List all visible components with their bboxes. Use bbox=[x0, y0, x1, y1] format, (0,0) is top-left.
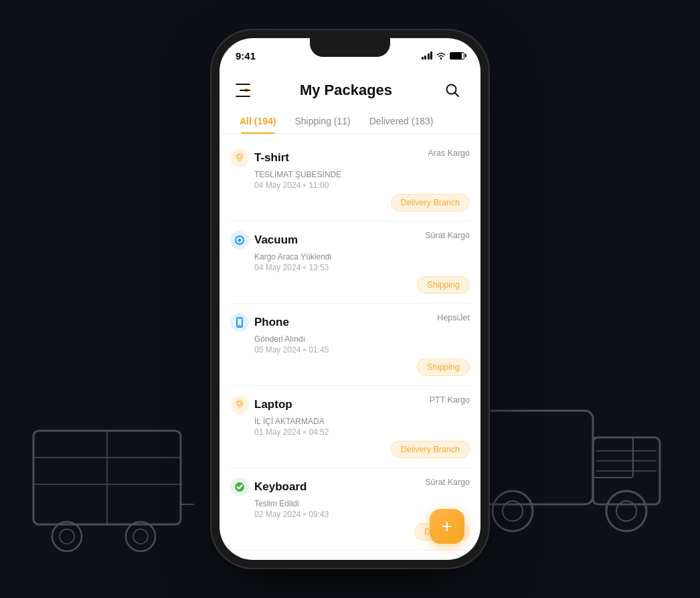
package-icon bbox=[230, 148, 249, 167]
trailer-illustration bbox=[20, 417, 194, 565]
cargo-name: Sürat Kargo bbox=[425, 231, 470, 240]
svg-point-15 bbox=[52, 522, 82, 551]
search-button[interactable] bbox=[440, 78, 464, 102]
svg-point-18 bbox=[133, 529, 148, 544]
tab-delivered[interactable]: Delivered (183) bbox=[360, 109, 443, 133]
svg-point-23 bbox=[238, 155, 241, 158]
wifi-icon bbox=[436, 52, 446, 60]
status-icons bbox=[422, 52, 465, 60]
filter-line-2 bbox=[240, 90, 250, 91]
svg-point-28 bbox=[238, 402, 241, 405]
status-badge: Shipping bbox=[417, 359, 470, 376]
svg-point-16 bbox=[60, 529, 74, 544]
filter-line-3 bbox=[236, 96, 250, 97]
status-time: 9:41 bbox=[236, 50, 256, 62]
package-name: Vacuum bbox=[254, 233, 298, 247]
app-content: My Packages All (194) Shipping (11) D bbox=[220, 68, 480, 560]
table-row[interactable]: Vacuum Sürat Kargo Kargo Araca Yüklendi … bbox=[230, 221, 470, 304]
package-name: Phone bbox=[254, 316, 289, 329]
package-status-text: Teslim Edildi bbox=[254, 499, 470, 508]
package-date: 05 May 2024 01:45 bbox=[254, 345, 470, 355]
filter-line-1 bbox=[236, 84, 250, 85]
package-status-text: Gönderi Alındı bbox=[254, 334, 470, 344]
add-package-button[interactable]: + bbox=[430, 509, 464, 544]
package-list: T-shirt Aras Kargo TESLİMAT ŞUBESİNDE 04… bbox=[220, 139, 480, 551]
svg-rect-26 bbox=[238, 325, 241, 326]
tabs-bar: All (194) Shipping (11) Delivered (183) bbox=[220, 109, 480, 134]
package-icon bbox=[230, 231, 249, 250]
package-status-text: İL İÇİ AKTARMADA bbox=[254, 417, 470, 426]
package-date: 01 May 2024 04:52 bbox=[254, 427, 470, 437]
svg-line-21 bbox=[454, 93, 458, 97]
status-badge: Delivery Branch bbox=[391, 194, 470, 211]
filter-button[interactable] bbox=[236, 84, 252, 97]
package-status-text: TESLİMAT ŞUBESİNDE bbox=[254, 170, 470, 179]
package-date: 04 May 2024 13:53 bbox=[254, 263, 470, 272]
status-badge: Delivery Branch bbox=[391, 441, 470, 458]
table-row[interactable]: Phone HepsiJet Gönderi Alındı 05 May 202… bbox=[230, 304, 470, 386]
svg-rect-0 bbox=[472, 411, 593, 504]
table-row[interactable]: 8335784611 Trendyol Express bbox=[230, 551, 470, 551]
tab-all[interactable]: All (194) bbox=[230, 109, 285, 133]
cargo-name: HepsiJet bbox=[437, 313, 470, 322]
package-name: Laptop bbox=[254, 398, 292, 411]
cargo-name: Aras Kargo bbox=[428, 148, 470, 158]
svg-rect-2 bbox=[593, 437, 633, 478]
package-icon bbox=[230, 478, 249, 496]
signal-icon bbox=[422, 52, 433, 60]
battery-icon bbox=[450, 52, 464, 60]
phone-notch bbox=[310, 38, 390, 57]
app-header: My Packages bbox=[220, 68, 480, 109]
page-title: My Packages bbox=[300, 82, 392, 99]
package-icon bbox=[230, 395, 249, 414]
phone-screen: 9:41 bbox=[220, 38, 480, 560]
tab-shipping[interactable]: Shipping (11) bbox=[285, 109, 359, 133]
package-name: T-shirt bbox=[254, 151, 289, 165]
package-icon bbox=[230, 313, 249, 332]
cargo-name: PTT Kargo bbox=[430, 395, 470, 405]
table-row[interactable]: Laptop PTT Kargo İL İÇİ AKTARMADA 01 May… bbox=[230, 386, 470, 468]
package-date: 04 May 2024 11:00 bbox=[254, 181, 470, 190]
cargo-name: Sürat Kargo bbox=[425, 478, 470, 487]
svg-point-5 bbox=[606, 491, 646, 531]
phone-mockup: 9:41 bbox=[220, 38, 480, 560]
status-badge: Shipping bbox=[417, 276, 470, 294]
search-icon bbox=[445, 83, 460, 98]
package-status-text: Kargo Araca Yüklendi bbox=[254, 252, 470, 262]
table-row[interactable]: T-shirt Aras Kargo TESLİMAT ŞUBESİNDE 04… bbox=[230, 139, 470, 221]
package-name: Keyboard bbox=[254, 480, 307, 494]
svg-point-3 bbox=[493, 491, 533, 531]
svg-point-17 bbox=[126, 522, 155, 551]
